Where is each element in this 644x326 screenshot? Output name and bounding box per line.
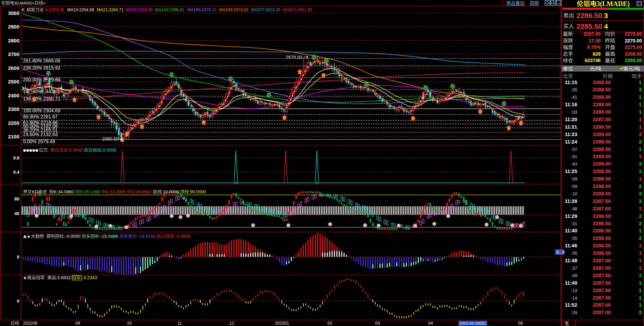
svg-text:2287.50: 2287.50 <box>593 198 611 204</box>
svg-text:100.00% 2304.69: 100.00% 2304.69 <box>23 108 60 113</box>
svg-text:12: 12 <box>229 321 234 326</box>
svg-text:11:29: 11:29 <box>565 213 577 219</box>
svg-text:1: 1 <box>639 273 642 278</box>
svg-text:2300: 2300 <box>8 106 19 112</box>
svg-text:2270.00: 2270.00 <box>625 38 642 43</box>
svg-text:2268.50: 2268.50 <box>625 58 642 63</box>
svg-text:80: 80 <box>15 196 19 202</box>
svg-text:3000: 3000 <box>8 10 19 16</box>
svg-text:2500: 2500 <box>8 79 19 84</box>
svg-text:11:15: 11:15 <box>565 80 577 85</box>
svg-text:2288.50: 2288.50 <box>593 169 611 174</box>
svg-text:6.18: 6.18 <box>556 250 565 255</box>
svg-text:1: 1 <box>639 124 642 130</box>
svg-text:0.00% 2079.48: 0.00% 2079.48 <box>23 139 55 144</box>
svg-text:K:23.2995: K:23.2995 <box>106 189 126 194</box>
svg-text:1: 1 <box>639 206 642 211</box>
svg-text:1: 1 <box>639 109 642 115</box>
svg-text:11:40: 11:40 <box>565 228 577 233</box>
svg-text:09: 09 <box>75 321 80 326</box>
svg-text:K:34.0860: K:34.0860 <box>54 189 74 194</box>
svg-text:202301: 202301 <box>275 321 289 326</box>
svg-text:138.20% 2390.71: 138.20% 2390.71 <box>23 96 60 101</box>
svg-text:MA165:2379.17: MA165:2379.17 <box>187 7 216 12</box>
svg-text:2286.50: 2286.50 <box>593 235 611 241</box>
svg-text:2: 2 <box>639 184 642 189</box>
svg-text::0.0000: :0.0000 <box>101 148 116 153</box>
svg-text:1: 1 <box>639 243 642 248</box>
svg-text:3: 3 <box>639 198 642 204</box>
svg-text:MA610:2561.95: MA610:2561.95 <box>283 7 312 12</box>
svg-text:261.80% 2669.06: 261.80% 2669.06 <box>23 58 60 63</box>
svg-text:2400: 2400 <box>8 93 19 98</box>
svg-text:0: 0 <box>17 299 19 304</box>
svg-text:11:28: 11:28 <box>565 198 577 204</box>
svg-text:0.75%: 0.75% <box>587 44 601 50</box>
svg-text:2288.00: 2288.00 <box>593 109 611 115</box>
svg-text::0.0000: :0.0000 <box>68 148 82 153</box>
svg-text:2200: 2200 <box>8 120 19 126</box>
svg-text:2023-04-20(: 2023-04-20( <box>459 321 481 325</box>
svg-text::37: :37 <box>571 266 577 271</box>
svg-text:2288.50: 2288.50 <box>593 80 611 85</box>
svg-text:3: 3 <box>639 191 642 196</box>
svg-text:23.60% 2132.63: 23.60% 2132.63 <box>23 132 58 137</box>
svg-text:MA377:2623.33: MA377:2623.33 <box>251 7 280 12</box>
svg-text:17.00: 17.00 <box>589 38 601 43</box>
svg-text:2286.50: 2286.50 <box>593 250 611 256</box>
svg-text:3: 3 <box>639 87 642 92</box>
svg-text:0.4: 0.4 <box>13 170 20 175</box>
svg-text:MA233:2373.02: MA233:2373.02 <box>219 7 248 12</box>
svg-text:4: 4 <box>604 22 608 30</box>
svg-text:MA55:2318.45: MA55:2318.45 <box>126 7 153 12</box>
svg-text:2287.00: 2287.00 <box>593 206 611 211</box>
svg-text:1: 1 <box>639 258 642 263</box>
svg-text:2286.50: 2286.50 <box>576 12 602 19</box>
svg-text:KD: KD <box>32 189 38 194</box>
svg-text:D:25.1286: D:25.1286 <box>79 189 100 194</box>
svg-text:A:2253.38: A:2253.38 <box>45 7 64 12</box>
svg-text:2: 2 <box>639 221 642 226</box>
svg-text:2286.50: 2286.50 <box>593 221 611 226</box>
svg-text:1: 1 <box>639 250 642 256</box>
svg-text:2600: 2600 <box>8 65 19 71</box>
svg-text:0.8: 0.8 <box>13 155 19 160</box>
svg-text:202208: 202208 <box>23 321 37 326</box>
svg-text:2286.50: 2286.50 <box>593 243 611 248</box>
svg-text:11:49: 11:49 <box>565 280 577 286</box>
svg-text:06: 06 <box>518 321 523 326</box>
svg-text:2287.50: 2287.50 <box>593 273 611 278</box>
svg-text:2080.50: 2080.50 <box>102 136 119 141</box>
svg-text:): ) <box>485 321 486 325</box>
svg-text:3(LMADE)<: 3(LMADE)< <box>14 1 35 5</box>
svg-text::05: :05 <box>571 236 577 241</box>
svg-text:3(LMADE): 3(LMADE) <box>596 0 630 8</box>
svg-text::14: :14 <box>571 288 577 293</box>
svg-text:2286.50: 2286.50 <box>593 228 611 233</box>
svg-text:2288.50: 2288.50 <box>593 184 611 189</box>
svg-text:1: 1 <box>639 80 642 85</box>
svg-text::24: :24 <box>571 310 577 315</box>
svg-text:2288.50: 2288.50 <box>593 176 611 181</box>
svg-text:2289.50: 2289.50 <box>625 51 642 57</box>
svg-text:2289.00: 2289.00 <box>593 161 611 167</box>
svg-text::90.0000: :90.0000 <box>189 189 206 194</box>
svg-text:2287.00: 2287.00 <box>593 265 611 271</box>
svg-text:2287.50: 2287.50 <box>593 280 611 286</box>
svg-text:2288.50: 2288.50 <box>593 87 611 92</box>
svg-text:11:25: 11:25 <box>565 169 577 174</box>
svg-text:2700: 2700 <box>8 51 19 57</box>
svg-text:11:48: 11:48 <box>565 258 577 263</box>
svg-text:2679.50: 2679.50 <box>286 55 302 60</box>
svg-text:2285.50: 2285.50 <box>576 22 602 30</box>
svg-text:2288.50: 2288.50 <box>593 147 611 152</box>
svg-text::49: :49 <box>571 273 577 278</box>
svg-text:2287.50: 2287.50 <box>593 117 611 122</box>
svg-text:1: 1 <box>639 169 642 174</box>
svg-text:238.20% 2615.92: 238.20% 2615.92 <box>23 65 60 71</box>
svg-text:2288.00: 2288.00 <box>593 102 611 107</box>
svg-text:2: 2 <box>639 213 642 219</box>
svg-text:2: 2 <box>639 235 642 241</box>
svg-text:11:20: 11:20 <box>565 117 577 122</box>
svg-text::-0.0000: :-0.0000 <box>174 234 191 239</box>
